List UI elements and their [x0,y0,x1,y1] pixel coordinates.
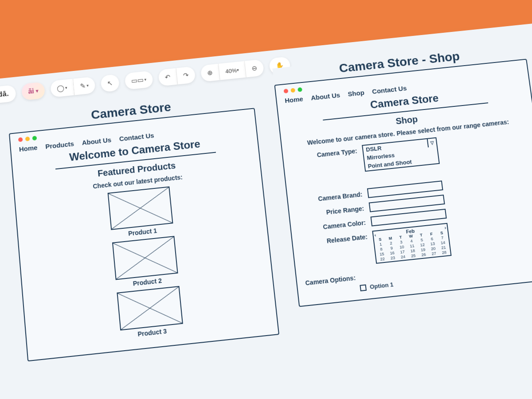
pen-icon: ✎ [80,82,86,90]
design-canvas-app: Jedā. āi ◯▾ ✎▾ ↖ ▭▭▾ ↶ ↷ ⊕ 40% ⊖ ✋ [0,19,532,399]
shape-tool-button[interactable]: ◯▾ [50,79,75,98]
zoom-out-icon: ⊖ [251,64,258,73]
cal-prev-icon[interactable]: ‹ [374,232,376,238]
app-logo[interactable]: Jedā. [0,85,16,105]
pen-tool-button[interactable]: ✎▾ [73,77,96,95]
wireframe-shop-window: Home About Us Shop Contact Us Camera Sto… [274,59,532,307]
undo-icon: ↶ [164,73,171,82]
redo-icon: ↷ [183,71,189,80]
product-image-placeholder [108,186,173,230]
minimize-dot-icon [290,88,295,93]
nav-link[interactable]: Home [19,144,38,153]
drawing-tools-group: ◯▾ ✎▾ [50,77,96,98]
label-camera-brand: Camera Brand: [296,189,363,205]
nav-link[interactable]: About Us [82,136,112,147]
maximize-dot-icon [32,136,37,141]
zoom-out-button[interactable]: ⊖ [245,59,264,78]
zoom-in-button[interactable]: ⊕ [200,64,220,82]
undo-button[interactable]: ↶ [158,68,178,86]
zoom-level-dropdown[interactable]: 40% [219,61,246,80]
close-dot-icon [284,89,289,94]
layout-tool-button[interactable]: ▭▭▾ [124,70,153,90]
label-price-range: Price Range: [297,203,364,219]
minimize-dot-icon [25,137,30,141]
release-date-calendar[interactable]: ‹ Feb › S M T W T [372,223,451,264]
nav-link[interactable]: About Us [310,91,340,102]
label-camera-type: Camera Type: [291,145,358,161]
close-dot-icon [18,137,23,142]
cal-next-icon[interactable]: › [444,225,446,230]
product-image-placeholder [117,286,183,331]
nav-link[interactable]: Home [285,95,304,104]
zoom-in-icon: ⊕ [207,69,213,77]
option-1-checkbox[interactable] [360,284,367,291]
cursor-icon: ↖ [107,79,113,87]
nav-link[interactable]: Contact Us [119,132,154,143]
label-camera-color: Camera Color: [299,217,366,233]
redo-button[interactable]: ↷ [176,66,196,84]
cal-month: Feb [406,228,415,235]
maximize-dot-icon [297,87,302,92]
zoom-group: ⊕ 40% ⊖ [200,59,264,82]
chevron-down-icon: ▽ [427,138,437,148]
label-release-date: Release Date: [300,231,368,247]
canvas-surface[interactable]: Camera Store Home Products About Us Cont… [0,48,532,399]
circle-icon: ◯ [56,84,64,93]
nav-link[interactable]: Contact Us [372,84,407,95]
option-1-label: Option 1 [369,281,394,290]
history-group: ↶ ↷ [158,66,196,86]
cursor-tool-button[interactable]: ↖ [100,74,120,92]
grid-icon: ▭▭ [131,76,144,85]
nav-link[interactable]: Products [45,140,74,150]
product-image-placeholder [112,236,178,280]
wireframe-home-window: Home Products About Us Contact Us Welcom… [9,108,279,361]
camera-type-select[interactable]: DSLR ▽ Mirrorless Point and Shoot [362,137,440,172]
wireframe-home[interactable]: Camera Store Home Products About Us Cont… [8,91,279,361]
nav-link[interactable]: Shop [348,89,365,98]
wireframe-shop[interactable]: Camera Store - Shop Home About Us Shop C… [272,43,532,307]
ai-menu-button[interactable]: āi [21,82,45,101]
